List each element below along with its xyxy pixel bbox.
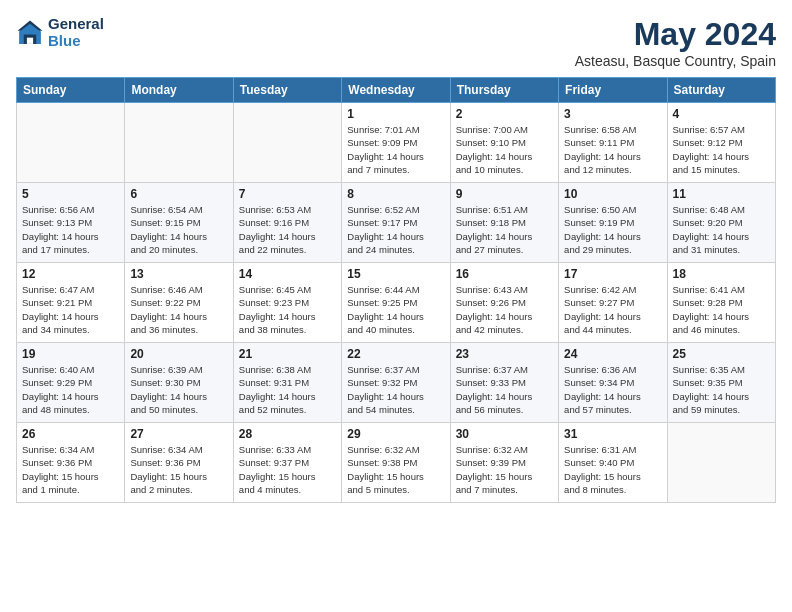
calendar-cell: 9Sunrise: 6:51 AMSunset: 9:18 PMDaylight… <box>450 183 558 263</box>
calendar-cell: 6Sunrise: 6:54 AMSunset: 9:15 PMDaylight… <box>125 183 233 263</box>
logo-text: General Blue <box>48 16 104 49</box>
day-number: 9 <box>456 187 553 201</box>
weekday-header: Saturday <box>667 78 775 103</box>
calendar-week-row: 1Sunrise: 7:01 AMSunset: 9:09 PMDaylight… <box>17 103 776 183</box>
day-number: 18 <box>673 267 770 281</box>
day-info: Sunrise: 6:34 AMSunset: 9:36 PMDaylight:… <box>22 443 119 496</box>
calendar-cell <box>233 103 341 183</box>
day-number: 23 <box>456 347 553 361</box>
calendar-cell: 2Sunrise: 7:00 AMSunset: 9:10 PMDaylight… <box>450 103 558 183</box>
day-info: Sunrise: 6:39 AMSunset: 9:30 PMDaylight:… <box>130 363 227 416</box>
day-info: Sunrise: 6:34 AMSunset: 9:36 PMDaylight:… <box>130 443 227 496</box>
calendar-cell: 29Sunrise: 6:32 AMSunset: 9:38 PMDayligh… <box>342 423 450 503</box>
calendar-week-row: 19Sunrise: 6:40 AMSunset: 9:29 PMDayligh… <box>17 343 776 423</box>
day-info: Sunrise: 6:43 AMSunset: 9:26 PMDaylight:… <box>456 283 553 336</box>
calendar-cell: 24Sunrise: 6:36 AMSunset: 9:34 PMDayligh… <box>559 343 667 423</box>
calendar-cell: 23Sunrise: 6:37 AMSunset: 9:33 PMDayligh… <box>450 343 558 423</box>
weekday-header: Sunday <box>17 78 125 103</box>
calendar-cell: 11Sunrise: 6:48 AMSunset: 9:20 PMDayligh… <box>667 183 775 263</box>
calendar-cell: 1Sunrise: 7:01 AMSunset: 9:09 PMDaylight… <box>342 103 450 183</box>
day-info: Sunrise: 6:37 AMSunset: 9:33 PMDaylight:… <box>456 363 553 416</box>
day-info: Sunrise: 6:37 AMSunset: 9:32 PMDaylight:… <box>347 363 444 416</box>
day-info: Sunrise: 6:53 AMSunset: 9:16 PMDaylight:… <box>239 203 336 256</box>
day-info: Sunrise: 6:45 AMSunset: 9:23 PMDaylight:… <box>239 283 336 336</box>
day-info: Sunrise: 6:46 AMSunset: 9:22 PMDaylight:… <box>130 283 227 336</box>
day-number: 7 <box>239 187 336 201</box>
day-number: 8 <box>347 187 444 201</box>
day-info: Sunrise: 6:50 AMSunset: 9:19 PMDaylight:… <box>564 203 661 256</box>
day-info: Sunrise: 6:44 AMSunset: 9:25 PMDaylight:… <box>347 283 444 336</box>
calendar-cell <box>125 103 233 183</box>
weekday-header: Monday <box>125 78 233 103</box>
svg-rect-3 <box>27 37 33 43</box>
calendar-cell <box>667 423 775 503</box>
calendar-cell: 13Sunrise: 6:46 AMSunset: 9:22 PMDayligh… <box>125 263 233 343</box>
day-info: Sunrise: 7:00 AMSunset: 9:10 PMDaylight:… <box>456 123 553 176</box>
weekday-header: Tuesday <box>233 78 341 103</box>
day-number: 27 <box>130 427 227 441</box>
day-info: Sunrise: 6:58 AMSunset: 9:11 PMDaylight:… <box>564 123 661 176</box>
day-number: 15 <box>347 267 444 281</box>
day-info: Sunrise: 6:32 AMSunset: 9:39 PMDaylight:… <box>456 443 553 496</box>
day-info: Sunrise: 6:31 AMSunset: 9:40 PMDaylight:… <box>564 443 661 496</box>
calendar-cell: 18Sunrise: 6:41 AMSunset: 9:28 PMDayligh… <box>667 263 775 343</box>
location-title: Asteasu, Basque Country, Spain <box>575 53 776 69</box>
calendar-week-row: 26Sunrise: 6:34 AMSunset: 9:36 PMDayligh… <box>17 423 776 503</box>
calendar-cell: 10Sunrise: 6:50 AMSunset: 9:19 PMDayligh… <box>559 183 667 263</box>
calendar-cell: 14Sunrise: 6:45 AMSunset: 9:23 PMDayligh… <box>233 263 341 343</box>
day-number: 31 <box>564 427 661 441</box>
month-title: May 2024 <box>575 16 776 53</box>
calendar-cell: 20Sunrise: 6:39 AMSunset: 9:30 PMDayligh… <box>125 343 233 423</box>
day-info: Sunrise: 6:51 AMSunset: 9:18 PMDaylight:… <box>456 203 553 256</box>
day-number: 20 <box>130 347 227 361</box>
day-number: 30 <box>456 427 553 441</box>
calendar-cell: 25Sunrise: 6:35 AMSunset: 9:35 PMDayligh… <box>667 343 775 423</box>
calendar-cell: 16Sunrise: 6:43 AMSunset: 9:26 PMDayligh… <box>450 263 558 343</box>
calendar-cell <box>17 103 125 183</box>
day-number: 13 <box>130 267 227 281</box>
day-number: 10 <box>564 187 661 201</box>
calendar-cell: 3Sunrise: 6:58 AMSunset: 9:11 PMDaylight… <box>559 103 667 183</box>
calendar-cell: 30Sunrise: 6:32 AMSunset: 9:39 PMDayligh… <box>450 423 558 503</box>
calendar-cell: 19Sunrise: 6:40 AMSunset: 9:29 PMDayligh… <box>17 343 125 423</box>
day-number: 22 <box>347 347 444 361</box>
calendar-table: SundayMondayTuesdayWednesdayThursdayFrid… <box>16 77 776 503</box>
day-number: 25 <box>673 347 770 361</box>
day-info: Sunrise: 6:56 AMSunset: 9:13 PMDaylight:… <box>22 203 119 256</box>
weekday-header: Friday <box>559 78 667 103</box>
logo: General Blue <box>16 16 104 49</box>
page-header: General Blue May 2024 Asteasu, Basque Co… <box>16 16 776 69</box>
day-number: 29 <box>347 427 444 441</box>
day-info: Sunrise: 6:36 AMSunset: 9:34 PMDaylight:… <box>564 363 661 416</box>
day-info: Sunrise: 7:01 AMSunset: 9:09 PMDaylight:… <box>347 123 444 176</box>
title-block: May 2024 Asteasu, Basque Country, Spain <box>575 16 776 69</box>
logo-icon <box>16 19 44 47</box>
calendar-cell: 21Sunrise: 6:38 AMSunset: 9:31 PMDayligh… <box>233 343 341 423</box>
calendar-cell: 4Sunrise: 6:57 AMSunset: 9:12 PMDaylight… <box>667 103 775 183</box>
day-number: 1 <box>347 107 444 121</box>
calendar-cell: 7Sunrise: 6:53 AMSunset: 9:16 PMDaylight… <box>233 183 341 263</box>
calendar-cell: 28Sunrise: 6:33 AMSunset: 9:37 PMDayligh… <box>233 423 341 503</box>
calendar-cell: 26Sunrise: 6:34 AMSunset: 9:36 PMDayligh… <box>17 423 125 503</box>
day-info: Sunrise: 6:35 AMSunset: 9:35 PMDaylight:… <box>673 363 770 416</box>
day-info: Sunrise: 6:48 AMSunset: 9:20 PMDaylight:… <box>673 203 770 256</box>
day-info: Sunrise: 6:32 AMSunset: 9:38 PMDaylight:… <box>347 443 444 496</box>
calendar-cell: 12Sunrise: 6:47 AMSunset: 9:21 PMDayligh… <box>17 263 125 343</box>
calendar-cell: 17Sunrise: 6:42 AMSunset: 9:27 PMDayligh… <box>559 263 667 343</box>
day-number: 6 <box>130 187 227 201</box>
calendar-cell: 22Sunrise: 6:37 AMSunset: 9:32 PMDayligh… <box>342 343 450 423</box>
day-number: 17 <box>564 267 661 281</box>
day-info: Sunrise: 6:54 AMSunset: 9:15 PMDaylight:… <box>130 203 227 256</box>
day-info: Sunrise: 6:40 AMSunset: 9:29 PMDaylight:… <box>22 363 119 416</box>
day-info: Sunrise: 6:38 AMSunset: 9:31 PMDaylight:… <box>239 363 336 416</box>
day-number: 26 <box>22 427 119 441</box>
calendar-cell: 31Sunrise: 6:31 AMSunset: 9:40 PMDayligh… <box>559 423 667 503</box>
day-info: Sunrise: 6:57 AMSunset: 9:12 PMDaylight:… <box>673 123 770 176</box>
calendar-week-row: 12Sunrise: 6:47 AMSunset: 9:21 PMDayligh… <box>17 263 776 343</box>
calendar-cell: 8Sunrise: 6:52 AMSunset: 9:17 PMDaylight… <box>342 183 450 263</box>
day-info: Sunrise: 6:47 AMSunset: 9:21 PMDaylight:… <box>22 283 119 336</box>
day-number: 5 <box>22 187 119 201</box>
day-info: Sunrise: 6:41 AMSunset: 9:28 PMDaylight:… <box>673 283 770 336</box>
weekday-header: Wednesday <box>342 78 450 103</box>
day-info: Sunrise: 6:52 AMSunset: 9:17 PMDaylight:… <box>347 203 444 256</box>
